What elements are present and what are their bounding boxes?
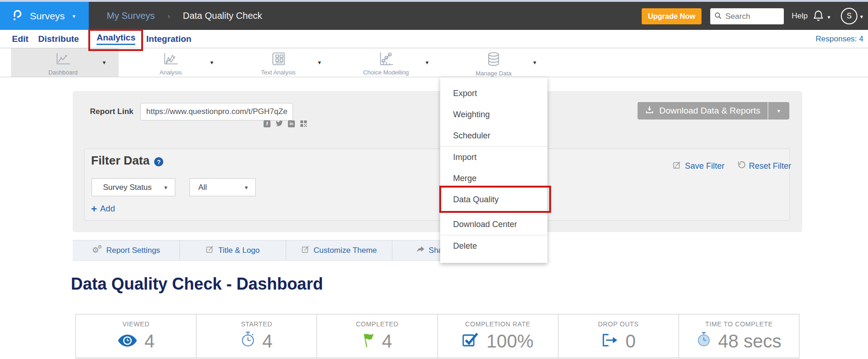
chevron-down-icon: ▼ — [244, 185, 249, 190]
toolbar-item-label: Manage Data — [476, 70, 512, 77]
top-header: Surveys ▼ My Surveys › Data Quality Chec… — [0, 2, 868, 30]
status-value-select[interactable]: All ▼ — [190, 178, 256, 196]
avatar: S — [841, 8, 857, 24]
app-window: Surveys ▼ My Surveys › Data Quality Chec… — [0, 0, 868, 359]
report-settings-button[interactable]: ⚙⚙ Report Settings — [73, 240, 180, 260]
chevron-down-icon[interactable]: ▼ — [317, 60, 322, 65]
download-icon — [645, 105, 654, 117]
stat-label: DROP OUTS — [598, 320, 638, 328]
status-value: All — [198, 183, 207, 192]
analytics-toolbar: Dashboard ▼ Analysis ▼ Text Analysis ▼ — [0, 48, 868, 77]
menu-item-weighting[interactable]: Weighting — [440, 104, 547, 125]
toolbar-item-analysis[interactable]: Analysis ▼ — [119, 48, 226, 77]
stat-label: TIME TO COMPLETE — [705, 320, 773, 328]
stat-time-to-complete: TIME TO COMPLETE 48 secs — [679, 314, 799, 358]
filter-title-text: Filter Data — [91, 154, 149, 168]
undo-icon — [736, 160, 745, 171]
breadcrumb-parent[interactable]: My Surveys — [107, 11, 155, 21]
upgrade-now-button[interactable]: Upgrade Now — [642, 8, 701, 24]
tab-distribute[interactable]: Distribute — [38, 30, 79, 48]
filter-actions: Save Filter Reset Filter — [673, 160, 791, 171]
title-logo-label: Title & Logo — [218, 246, 259, 255]
stat-number: 48 secs — [718, 331, 782, 352]
menu-item-import[interactable]: Import — [440, 147, 547, 168]
survey-status-select[interactable]: Survey Status ▼ — [92, 178, 175, 196]
toolbar-item-choice-modelling[interactable]: Choice Modelling ▼ — [334, 48, 442, 77]
multi-line-chart-icon — [162, 51, 179, 68]
news-icon — [271, 51, 286, 68]
chevron-down-icon: ▼ — [776, 108, 781, 114]
facebook-icon[interactable]: f — [264, 120, 270, 127]
toolbar-item-label: Choice Modelling — [363, 69, 409, 76]
menu-item-scheduler[interactable]: Scheduler — [440, 125, 547, 146]
stat-label: COMPLETION RATE — [465, 320, 530, 328]
manage-data-menu: Export Weighting Scheduler Import Merge … — [440, 77, 547, 263]
tab-edit[interactable]: Edit — [12, 30, 29, 48]
menu-item-merge[interactable]: Merge — [440, 168, 547, 189]
reset-filter-label: Reset Filter — [749, 161, 791, 171]
help-link[interactable]: Help — [792, 2, 808, 30]
report-settings-label: Report Settings — [106, 246, 160, 255]
notifications-menu[interactable]: ▼ — [812, 9, 831, 24]
download-options-button[interactable]: ▼ — [768, 102, 789, 120]
page-title: Data Quality Check - Dashboard — [71, 274, 323, 294]
share-arrow-icon — [416, 245, 425, 256]
toolbar-item-manage-data[interactable]: Manage Data ▼ — [442, 48, 549, 77]
customize-theme-button[interactable]: Customize Theme — [286, 240, 392, 260]
reset-filter-button[interactable]: Reset Filter — [736, 160, 791, 171]
stat-number: 100% — [486, 331, 533, 352]
gears-icon: ⚙⚙ — [92, 246, 102, 255]
twitter-icon[interactable] — [276, 120, 283, 127]
stopwatch-filled-icon — [696, 331, 711, 352]
chevron-down-icon[interactable]: ▼ — [425, 60, 430, 65]
menu-item-delete[interactable]: Delete — [440, 235, 547, 256]
add-filter-label: Add — [100, 204, 115, 214]
responses-count: Responses: 4 — [816, 30, 863, 48]
exit-icon — [601, 331, 619, 352]
stat-label: STARTED — [241, 320, 272, 328]
pencil-square-icon — [673, 160, 681, 171]
report-link-input[interactable] — [140, 103, 293, 120]
linkedin-icon[interactable]: in — [288, 120, 295, 127]
search-icon — [714, 12, 722, 21]
toolbar-item-label: Text Analysis — [261, 69, 295, 76]
pencil-square-icon — [301, 245, 310, 256]
account-menu[interactable]: S ▼ — [841, 8, 864, 24]
stat-viewed: VIEWED 4 — [76, 314, 196, 358]
stat-number: 4 — [144, 331, 155, 352]
stat-label: COMPLETED — [356, 320, 399, 328]
download-data-reports-button[interactable]: Download Data & Reports ▼ — [638, 102, 789, 120]
filter-data-title: Filter Data ? — [91, 154, 163, 168]
product-menu[interactable]: Surveys ▼ — [0, 2, 89, 30]
chevron-down-icon: ▼ — [827, 15, 831, 20]
survey-status-value: Survey Status — [103, 183, 152, 192]
menu-item-export[interactable]: Export — [440, 83, 547, 104]
save-filter-button[interactable]: Save Filter — [673, 160, 724, 171]
product-name: Surveys — [30, 11, 65, 22]
search-box[interactable] — [710, 8, 784, 24]
qr-code-icon[interactable] — [300, 120, 307, 127]
stopwatch-icon — [241, 331, 255, 352]
add-filter-button[interactable]: + Add — [91, 204, 115, 214]
menu-item-download-center[interactable]: Download Center — [440, 214, 547, 235]
toolbar-item-label: Analysis — [160, 69, 182, 76]
menu-item-data-quality[interactable]: Data Quality — [440, 189, 547, 210]
tab-analytics[interactable]: Analytics — [97, 30, 135, 48]
chevron-down-icon[interactable]: ▼ — [209, 60, 214, 65]
report-link-label: Report Link — [73, 107, 133, 116]
tab-integration[interactable]: Integration — [146, 30, 191, 48]
help-icon[interactable]: ? — [154, 157, 163, 166]
chevron-down-icon[interactable]: ▼ — [102, 60, 107, 65]
stat-completed: COMPLETED 4 — [317, 314, 437, 358]
search-input[interactable] — [724, 11, 777, 22]
title-logo-button[interactable]: Title & Logo — [180, 240, 286, 260]
chevron-down-icon: ▼ — [72, 14, 76, 19]
toolbar-item-label: Dashboard — [48, 69, 78, 76]
checkbox-icon — [462, 331, 479, 352]
scatter-chart-icon — [378, 51, 394, 68]
database-icon — [486, 51, 501, 69]
chevron-down-icon[interactable]: ▼ — [532, 60, 537, 65]
plus-icon: + — [91, 205, 97, 213]
toolbar-item-dashboard[interactable]: Dashboard ▼ — [11, 48, 119, 77]
toolbar-item-text-analysis[interactable]: Text Analysis ▼ — [226, 48, 334, 77]
